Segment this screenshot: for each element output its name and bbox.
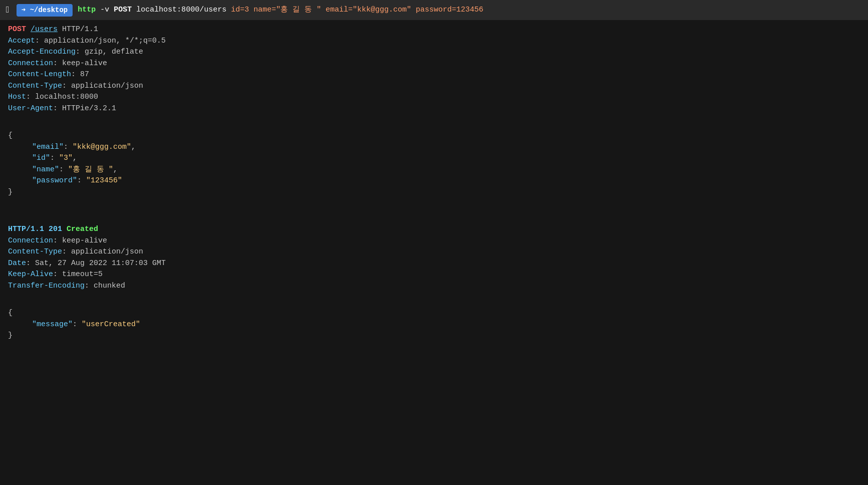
cmd-flags: -v bbox=[100, 6, 109, 14]
blank-line-3 bbox=[8, 292, 860, 303]
request-path: /users bbox=[31, 25, 58, 34]
resp-json-message-line: "message": "userCreated" bbox=[8, 319, 860, 331]
request-version: HTTP/1.1 bbox=[62, 25, 98, 34]
request-headers: Accept: application/json, */*;q=0.5 Acce… bbox=[8, 36, 860, 115]
header-connection: Connection: keep-alive bbox=[8, 58, 860, 70]
json-id-line: "id": "3", bbox=[8, 153, 860, 164]
resp-json-open-brace: { bbox=[8, 308, 860, 319]
path-badge: ➜ ~/desktop bbox=[17, 4, 73, 17]
json-password-line: "password": "123456" bbox=[8, 175, 860, 187]
http-status-line: HTTP/1.1 201 Created bbox=[8, 224, 860, 235]
json-close-brace: } bbox=[8, 187, 860, 198]
header-content-length: Content-Length: 87 bbox=[8, 69, 860, 81]
header-user-agent: User-Agent: HTTPie/3.2.1 bbox=[8, 103, 860, 115]
blank-line-1 bbox=[8, 114, 860, 125]
header-content-type: Content-Type: application/json bbox=[8, 81, 860, 92]
cmd-url: localhost:8000/users bbox=[136, 6, 226, 14]
request-body: { "email": "kkk@ggg.com", "id": "3", "na… bbox=[8, 130, 860, 198]
response-section: HTTP/1.1 201 Created Connection: keep-al… bbox=[8, 224, 860, 342]
json-name-line: "name": "홍 길 동 ", bbox=[8, 164, 860, 176]
resp-header-content-type: Content-Type: application/json bbox=[8, 247, 860, 258]
http-request-line: POST /users HTTP/1.1 bbox=[8, 24, 860, 36]
cmd-http: http bbox=[78, 6, 96, 14]
terminal-window:  ➜ ~/desktop http -v POST localhost:800… bbox=[0, 0, 868, 485]
resp-header-transfer-encoding: Transfer-Encoding: chunked bbox=[8, 281, 860, 292]
response-body: { "message": "userCreated" } bbox=[8, 308, 860, 342]
cmd-method: POST bbox=[114, 6, 132, 14]
title-bar:  ➜ ~/desktop http -v POST localhost:800… bbox=[0, 0, 868, 20]
resp-header-connection: Connection: keep-alive bbox=[8, 235, 860, 247]
json-email-line: "email": "kkk@ggg.com", bbox=[8, 142, 860, 153]
resp-header-date: Date: Sat, 27 Aug 2022 11:07:03 GMT bbox=[8, 258, 860, 270]
blank-line-2 bbox=[8, 208, 860, 219]
response-version: HTTP/1.1 bbox=[8, 225, 44, 233]
header-accept-encoding: Accept-Encoding: gzip, deflate bbox=[8, 47, 860, 58]
command-line: http -v POST localhost:8000/users id=3 n… bbox=[78, 5, 483, 16]
header-host: Host: localhost:8000 bbox=[8, 92, 860, 103]
cmd-params: id=3 name="홍 길 동 " email="kkk@ggg.com" p… bbox=[231, 6, 483, 14]
response-headers: Connection: keep-alive Content-Type: app… bbox=[8, 235, 860, 292]
request-method: POST bbox=[8, 25, 26, 34]
apple-icon:  bbox=[6, 4, 12, 17]
header-accept: Accept: application/json, */*;q=0.5 bbox=[8, 36, 860, 47]
json-open-brace: { bbox=[8, 130, 860, 142]
status-code: 201 bbox=[49, 225, 62, 233]
status-text: Created bbox=[67, 225, 98, 233]
terminal-content: POST /users HTTP/1.1 Accept: application… bbox=[0, 20, 868, 351]
resp-header-keep-alive: Keep-Alive: timeout=5 bbox=[8, 269, 860, 281]
request-section: POST /users HTTP/1.1 Accept: application… bbox=[8, 24, 860, 198]
resp-json-close-brace: } bbox=[8, 330, 860, 342]
